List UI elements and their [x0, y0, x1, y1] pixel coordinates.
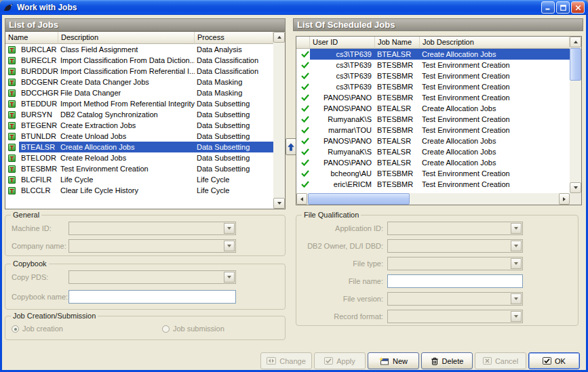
column-header[interactable]: Name [5, 32, 58, 44]
job-name-cell: BTUNLDR [19, 131, 58, 142]
column-header[interactable]: Description [58, 32, 195, 44]
sched-job-description-cell: Test Environment Creation [420, 179, 570, 190]
db2-owner-dl-i-dbd-combo [387, 239, 523, 253]
machine-id-label: Machine ID: [12, 224, 68, 232]
file-name-input[interactable] [387, 274, 523, 288]
jobs-list-vscrollbar[interactable] [273, 32, 285, 209]
apply-button-label: Apply [336, 357, 355, 365]
job-row[interactable]: TBURSYNDB2 Catalog SynchronizationData S… [5, 109, 273, 120]
file-type-combo [387, 257, 523, 270]
hscrollbar-thumb[interactable] [308, 193, 410, 205]
column-header[interactable]: User ID [310, 37, 375, 49]
sched-job-name-cell: BTESBMR [375, 92, 420, 103]
job-row[interactable]: TBTELODRCreate Reload JobsData Subsettin… [5, 152, 273, 163]
job-row[interactable]: TBDCCHGRFile Data ChangerData Masking [5, 87, 273, 98]
scheduled-job-row[interactable]: bcheong\AUBTESBMRTest Environment Creati… [296, 168, 570, 179]
scroll-down-icon[interactable] [570, 182, 581, 193]
scheduled-job-row[interactable]: eric\ERICMBTESBMRTest Environment Creati… [296, 179, 570, 190]
job-row[interactable]: TBURECLRImport Classification From Data … [5, 55, 273, 66]
field-row: File name: [299, 274, 523, 288]
job-row[interactable]: TBDCGENRCreate Data Changer JobsData Mas… [5, 77, 273, 87]
minimize-button[interactable] [541, 1, 555, 14]
scroll-up-icon[interactable] [273, 32, 285, 43]
job-description-cell: Create Reload Jobs [58, 152, 195, 163]
sched-job-name-cell: BTEALSR [375, 103, 420, 114]
job-icon-cell: T [5, 152, 19, 163]
apply-button[interactable]: Apply [314, 352, 366, 369]
cancel-button[interactable]: Cancel [475, 352, 526, 369]
scheduled-job-row[interactable]: RumyanaK\SBTEALSRCreate Allocation Jobs [296, 146, 570, 157]
title-bar[interactable]: Work with Jobs [0, 0, 588, 15]
scroll-up-icon[interactable] [570, 37, 581, 47]
job-row[interactable]: TBTEALSRCreate Allocation JobsData Subse… [5, 142, 273, 152]
column-header[interactable]: Process [195, 32, 273, 44]
scheduled-job-row[interactable]: marmar\TOUBTESBMRTest Environment Creati… [296, 125, 570, 136]
ok-button-label: OK [555, 357, 566, 365]
job-description-cell: Life Cycle [58, 174, 195, 185]
job-name-cell: BTEGENR [19, 120, 58, 131]
copy-pds-label: Copy PDS: [12, 273, 68, 281]
scroll-left-icon[interactable] [296, 193, 307, 205]
sched-job-name-cell: BTESBMR [375, 114, 420, 125]
job-row[interactable]: TBURCLARClass Field AssignmentData Analy… [5, 44, 273, 55]
copybook-name-input[interactable] [68, 290, 236, 304]
new-window-icon [379, 357, 389, 365]
job-name-cell: BURSYN [19, 109, 58, 120]
scheduled-job-row[interactable]: cs3\TP639BTESBMRTest Environment Creatio… [296, 60, 570, 70]
dropdown-arrow-icon [511, 293, 522, 304]
job-description-cell: Clear Life Cycle History [58, 185, 195, 196]
job-row[interactable]: TBLCCLRClear Life Cycle HistoryLife Cycl… [5, 185, 273, 196]
user-id-cell: bcheong\AU [310, 168, 375, 179]
job-icon-cell: T [5, 55, 19, 66]
new-button[interactable]: New [368, 352, 419, 369]
job-process-cell: Data Subsetting [195, 152, 273, 163]
scheduled-job-row[interactable]: PANOS\PANOBTESBMRTest Environment Creati… [296, 92, 570, 103]
scheduled-job-row[interactable]: RumyanaK\SBTESBMRTest Environment Creati… [296, 114, 570, 125]
maximize-button[interactable] [556, 1, 570, 14]
job-row[interactable]: TBLCFILRLife CycleLife Cycle [5, 174, 273, 185]
job-row[interactable]: TBTUNLDRCreate Unload JobsData Subsettin… [5, 131, 273, 142]
scroll-down-icon[interactable] [273, 198, 285, 209]
job-row[interactable]: TBTEDDURImport Method From Referential I… [5, 98, 273, 109]
column-header[interactable]: Job Name [375, 37, 420, 49]
sched-job-name-cell: BTEALSR [375, 146, 420, 157]
scheduled-jobs-list: User IDJob NameJob Description cs3\TP639… [296, 36, 582, 205]
field-row: Application ID: [299, 222, 523, 235]
scheduled-list-hscrollbar[interactable] [296, 193, 570, 205]
ok-button[interactable]: OK [528, 352, 580, 369]
general-group-title: General [11, 211, 41, 219]
company-name-combo [68, 239, 236, 253]
job-icon: T [8, 144, 16, 151]
company-name-label: Company name: [12, 242, 68, 250]
schedule-job-button[interactable] [286, 138, 296, 155]
job-row[interactable]: TBTESBMRTest Environment CreationData Su… [5, 163, 273, 174]
sched-job-description-cell: Create Allocation Jobs [420, 157, 570, 168]
scheduled-job-row[interactable]: PANOS\PANOBTEALSRCreate Allocation Jobs [296, 157, 570, 168]
scheduled-job-row[interactable]: cs3\TP639BTESBMRTest Environment Creatio… [296, 70, 570, 81]
scheduled-list-vscrollbar[interactable] [570, 37, 581, 193]
column-header[interactable] [296, 37, 310, 49]
job-process-cell: Data Analysis [195, 44, 273, 55]
scroll-right-icon[interactable] [559, 193, 570, 205]
job-row[interactable]: TBTEGENRCreate Extraction JobsData Subse… [5, 120, 273, 131]
job-icon: T [8, 176, 16, 184]
button-bar: ChangeApplyNewDeleteCancelOK [260, 352, 580, 369]
scheduled-job-row[interactable]: PANOS\PANOBTEALSRCreate Allocation Jobs [296, 136, 570, 146]
scheduled-job-row[interactable]: cs3\TP639BTESBMRTest Environment Creatio… [296, 81, 570, 92]
change-button-label: Change [279, 357, 306, 365]
vscrollbar-thumb[interactable] [570, 48, 581, 81]
cancel-button-label: Cancel [495, 357, 518, 365]
scheduled-job-row[interactable]: PANOS\PANOBTEALSRCreate Allocation Jobs [296, 103, 570, 114]
delete-button[interactable]: Delete [421, 352, 473, 369]
scheduled-job-row[interactable]: cs3\TP639BTEALSRCreate Allocation Jobs [296, 49, 570, 60]
job-process-cell: Life Cycle [195, 174, 273, 185]
job-row[interactable]: TBURDDURImport Classification From Refer… [5, 66, 273, 77]
sched-job-description-cell: Test Environment Creation [420, 81, 570, 92]
close-button[interactable] [571, 1, 585, 14]
copybook-group-title: Copybook [11, 260, 49, 268]
check-icon [296, 70, 310, 81]
file-version-combo [387, 292, 523, 306]
job-icon: T [8, 133, 16, 140]
column-header[interactable]: Job Description [420, 37, 570, 49]
change-button[interactable]: Change [260, 352, 312, 369]
